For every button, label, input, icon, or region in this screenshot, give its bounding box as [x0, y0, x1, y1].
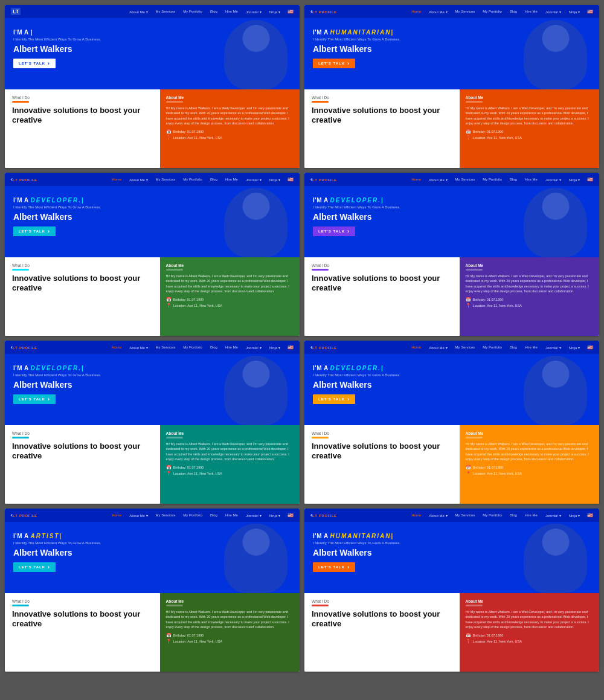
about-me-text: Hi! My name is Albert Walkers. I am a We…	[166, 106, 294, 126]
about-me-section: About Me Hi! My name is Albert Walkers. …	[160, 593, 300, 672]
nav-item[interactable]: My Portfolio	[483, 513, 502, 517]
nav-item[interactable]: My Portfolio	[483, 345, 502, 349]
nav-item[interactable]: Joomla! ▾	[246, 10, 262, 14]
lets-talk-button[interactable]: LET'S TALK ›	[313, 394, 355, 404]
nav-item[interactable]: Blog	[510, 345, 517, 349]
nav-item[interactable]: Hire Me	[225, 513, 238, 517]
nav-home-active[interactable]: Home	[112, 513, 121, 517]
theme-grid: LTAbout Me ▾My ServicesMy PortfolioBlogH…	[0, 0, 604, 676]
nav-flag: 🇺🇸	[288, 345, 294, 350]
birthday-icon: 📅	[466, 129, 471, 134]
birthday-text: Birthday: 01.07.1990	[473, 130, 504, 133]
nav-item[interactable]: Hire Me	[225, 178, 238, 181]
nav-home-active[interactable]: Home	[411, 10, 421, 13]
nav-item[interactable]: Hire Me	[525, 513, 538, 517]
nav-item[interactable]: Hire Me	[525, 10, 538, 13]
nav-item[interactable]: Joomla! ▾	[545, 178, 561, 182]
nav-item[interactable]: Joomla! ▾	[246, 513, 262, 518]
about-me-text: Hi! My name is Albert Walkers. I am a We…	[466, 442, 593, 461]
lets-talk-button[interactable]: LET'S TALK ›	[313, 59, 355, 68]
nav-item[interactable]: Ninja ▾	[269, 10, 280, 14]
nav-item[interactable]: Blog	[210, 178, 217, 181]
hero-content: I'M A | I Identify The Most Efficient Wa…	[13, 29, 175, 68]
nav-item[interactable]: Blog	[510, 513, 517, 517]
wave-decoration	[12, 437, 29, 438]
nav-item[interactable]: My Portfolio	[183, 345, 202, 349]
location-text: Location: Ave 11, New York, USA	[473, 640, 522, 643]
lower-section: What I Do Innovative solutions to boost …	[5, 425, 300, 504]
nav-item[interactable]: Hire Me	[525, 345, 538, 349]
hero-role: I'M A DEVELOPER.|	[313, 365, 474, 371]
nav-item[interactable]: My Portfolio	[183, 513, 202, 517]
hero-role-text: DEVELOPER.	[330, 197, 381, 204]
nav-item[interactable]: About Me ▾	[429, 178, 447, 182]
nav-item[interactable]: Joomla! ▾	[246, 345, 262, 350]
lower-section: What I Do Innovative solutions to boost …	[5, 593, 300, 672]
nav-item[interactable]: About Me ▾	[129, 513, 147, 518]
nav-item[interactable]: About Me ▾	[429, 345, 447, 350]
nav-home-active[interactable]: Home	[411, 178, 421, 181]
nav-item[interactable]: Ninja ▾	[569, 513, 580, 518]
nav-item[interactable]: Hire Me	[225, 10, 238, 13]
nav-item[interactable]: Ninja ▾	[269, 178, 280, 182]
nav-item[interactable]: My Services	[156, 513, 176, 517]
navbar: ‹LT PROFILEHomeAbout Me ▾My ServicesMy P…	[5, 173, 300, 186]
nav-home-active[interactable]: Home	[411, 345, 421, 349]
nav-flag: 🇺🇸	[587, 177, 593, 182]
nav-item[interactable]: Blog	[210, 10, 217, 13]
about-me-label: About Me	[166, 599, 294, 603]
nav-item[interactable]: My Services	[455, 345, 475, 349]
nav-home-active[interactable]: Home	[411, 513, 421, 517]
lets-talk-button[interactable]: LET'S TALK ›	[13, 59, 56, 68]
lets-talk-button[interactable]: LET'S TALK ›	[313, 226, 355, 236]
nav-item[interactable]: My Portfolio	[183, 178, 202, 181]
nav-item[interactable]: Joomla! ▾	[545, 513, 561, 518]
nav-home-active[interactable]: Home	[112, 178, 121, 181]
nav-item[interactable]: About Me ▾	[429, 513, 447, 518]
lets-talk-button[interactable]: LET'S TALK ›	[13, 394, 56, 404]
lets-talk-button[interactable]: LET'S TALK ›	[13, 226, 56, 236]
hero-content: I'M A DEVELOPER.| I Identify The Most Ef…	[13, 197, 175, 236]
hero-face	[215, 522, 297, 593]
nav-item[interactable]: My Services	[156, 10, 176, 13]
nav-item[interactable]: Ninja ▾	[569, 178, 580, 182]
nav-item[interactable]: Blog	[210, 345, 217, 349]
about-wave	[166, 101, 183, 103]
nav-item[interactable]: About Me ▾	[129, 10, 147, 14]
nav-item[interactable]: My Portfolio	[183, 10, 202, 13]
about-me-section: About Me Hi! My name is Albert Walkers. …	[160, 425, 300, 504]
nav-item[interactable]: Hire Me	[525, 178, 538, 181]
hero-tagline: I Identify The Most Efficient Ways To Gr…	[13, 37, 175, 41]
lets-talk-button[interactable]: LET'S TALK ›	[13, 562, 56, 572]
nav-item[interactable]: Ninja ▾	[269, 345, 280, 350]
nav-item[interactable]: Blog	[510, 178, 517, 181]
lets-talk-button[interactable]: LET'S TALK ›	[313, 562, 355, 572]
nav-item[interactable]: About Me ▾	[129, 178, 147, 182]
lower-section: What I Do Innovative solutions to boost …	[304, 89, 599, 168]
nav-item[interactable]: Joomla! ▾	[545, 10, 561, 14]
nav-item[interactable]: My Services	[455, 513, 475, 517]
nav-item[interactable]: Hire Me	[225, 345, 238, 349]
what-i-do-label: What I Do	[12, 599, 153, 603]
nav-item[interactable]: My Portfolio	[483, 178, 502, 181]
what-i-do-section: What I Do Innovative solutions to boost …	[304, 89, 460, 168]
nav-item[interactable]: My Services	[156, 178, 176, 181]
what-i-do-section: What I Do Innovative solutions to boost …	[5, 89, 160, 168]
nav-item[interactable]: Ninja ▾	[569, 345, 580, 350]
nav-item[interactable]: My Services	[455, 10, 475, 13]
nav-item[interactable]: Ninja ▾	[269, 513, 280, 518]
nav-item[interactable]: My Services	[455, 178, 475, 181]
nav-item[interactable]: Joomla! ▾	[246, 178, 262, 182]
nav-home-active[interactable]: Home	[112, 345, 121, 349]
nav-item[interactable]: Joomla! ▾	[545, 345, 561, 350]
nav-item[interactable]: Ninja ▾	[569, 10, 580, 14]
nav-item[interactable]: About Me ▾	[429, 10, 447, 14]
hero-tagline: I Identify The Most Efficient Ways To Gr…	[13, 205, 175, 209]
nav-item[interactable]: About Me ▾	[129, 345, 147, 350]
nav-item[interactable]: My Services	[156, 345, 176, 349]
nav-item[interactable]: Blog	[510, 10, 517, 13]
what-i-do-label: What I Do	[12, 431, 153, 435]
nav-item[interactable]: Blog	[210, 513, 217, 517]
what-i-do-section: What I Do Innovative solutions to boost …	[304, 425, 460, 504]
nav-item[interactable]: My Portfolio	[483, 10, 502, 13]
